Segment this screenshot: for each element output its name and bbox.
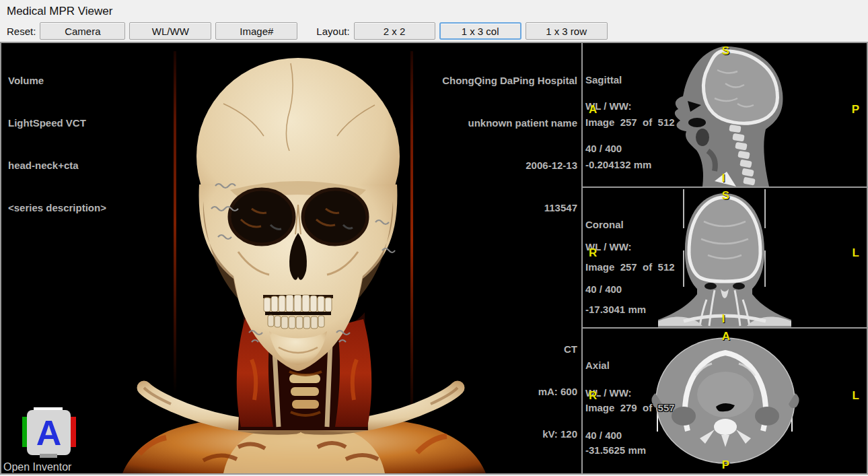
orientation-posterior: P — [722, 458, 729, 472]
orientation-superior: S — [722, 44, 729, 58]
orientation-left-side: L — [853, 389, 859, 403]
open-inventor-caption: Open Inventor — [3, 461, 71, 473]
study-date: 2006-12-13 — [442, 158, 577, 172]
patient-name: unknown patient name — [442, 116, 577, 130]
series-line: LightSpeed VCT — [8, 116, 106, 130]
orientation-left-side: L — [853, 246, 859, 260]
patient-info-overlay: ChongQing DaPing Hospital unknown patien… — [442, 45, 577, 243]
ma-value: mA: 600 — [538, 384, 577, 399]
orientation-superior: S — [722, 189, 729, 203]
app-window: Medical MPR Viewer Reset: Camera WL/WW I… — [0, 0, 868, 476]
series-line: head-neck+cta — [8, 158, 106, 172]
orientation-inferior: I — [722, 172, 725, 185]
volume-3d-viewport[interactable]: Volume LightSpeed VCT head-neck+cta <ser… — [1, 43, 581, 473]
layout-1x3row-button[interactable]: 1 x 3 row — [526, 22, 608, 40]
orientation-inferior: I — [722, 312, 725, 326]
wl-value: 40 / 400 — [585, 282, 632, 296]
toolbar: Reset: Camera WL/WW Image# Layout: 2 x 2… — [0, 20, 868, 42]
wl-value: 40 / 400 — [585, 428, 632, 442]
orientation-anterior: A — [722, 330, 730, 343]
orientation-posterior: P — [852, 103, 859, 116]
kv-value: kV: 120 — [538, 427, 577, 441]
orientation-right-side: R — [589, 246, 597, 260]
axial-viewport[interactable]: Axial Image 279 of 557 -31.5625 mm WL / … — [583, 329, 867, 473]
series-line: Volume — [8, 73, 106, 88]
sagittal-viewport[interactable]: Sagittal Image 257 of 512 -0.204132 mm W… — [583, 43, 867, 186]
series-line: <series description> — [8, 201, 106, 215]
logo-right-tab — [70, 417, 76, 447]
teeth — [263, 295, 333, 329]
orientation-anterior: A — [589, 103, 597, 116]
reset-label: Reset: — [7, 26, 36, 37]
hospital-name: ChongQing DaPing Hospital — [442, 73, 577, 88]
series-info-overlay: Volume LightSpeed VCT head-neck+cta <ser… — [8, 45, 106, 243]
orientation-right-side: R — [589, 389, 597, 403]
reset-camera-button[interactable]: Camera — [40, 22, 125, 40]
layout-2x2-button[interactable]: 2 x 2 — [354, 22, 435, 40]
open-inventor-logo: A — [22, 407, 76, 458]
page-title: Medical MPR Viewer — [7, 5, 112, 18]
layout-label: Layout: — [316, 26, 349, 37]
coronal-viewport[interactable]: Coronal Image 257 of 512 -17.3041 mm WL … — [583, 188, 867, 327]
reset-wlww-button[interactable]: WL/WW — [129, 22, 211, 40]
axial-wlww-overlay: WL / WW: 40 / 400 — [585, 358, 632, 471]
study-time: 113547 — [442, 201, 577, 215]
acquisition-info-overlay: CT mA: 600 kV: 120 — [538, 314, 577, 469]
sagittal-wlww-overlay: WL / WW: 40 / 400 — [585, 71, 632, 184]
modality: CT — [538, 342, 577, 356]
titlebar: Medical MPR Viewer — [0, 0, 868, 22]
coronal-wlww-overlay: WL / WW: 40 / 400 — [585, 211, 632, 325]
wl-value: 40 / 400 — [585, 141, 632, 156]
logo-letter: A — [27, 410, 71, 455]
layout-1x3col-button[interactable]: 1 x 3 col — [439, 22, 521, 40]
viewer-grid: Volume LightSpeed VCT head-neck+cta <ser… — [0, 42, 868, 475]
reset-image-button[interactable]: Image# — [215, 22, 297, 40]
